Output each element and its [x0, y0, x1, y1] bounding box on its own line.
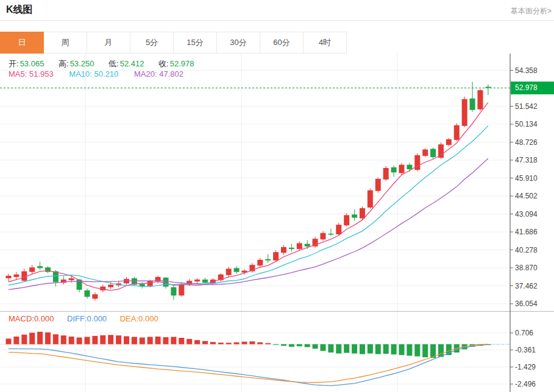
- macd-bar: [234, 342, 240, 344]
- period-tabs: 日 周 月 5分 15分 30分 60分 4时: [0, 32, 347, 54]
- macd-bar: [202, 341, 208, 344]
- candle-body: [289, 248, 294, 249]
- candle-body: [108, 285, 113, 287]
- main-candlestick-chart[interactable]: 54.35852.95051.54250.13448.72647.31845.9…: [0, 54, 554, 311]
- candle-body: [478, 90, 483, 109]
- tab-4hour[interactable]: 4时: [304, 32, 347, 54]
- candle-body: [368, 191, 373, 208]
- macd-bar: [399, 345, 405, 355]
- current-price-badge: 52.978: [511, 82, 554, 94]
- candle-body: [454, 125, 460, 140]
- candle-body: [414, 155, 420, 170]
- macd-bar: [360, 345, 365, 354]
- macd-bar: [242, 341, 247, 344]
- candle-body: [257, 260, 263, 265]
- macd-bar: [321, 345, 326, 351]
- macd-bar: [336, 345, 341, 354]
- candle-body: [446, 139, 452, 145]
- macd-bar: [100, 335, 105, 345]
- macd-bar: [414, 345, 420, 357]
- candle-body: [462, 99, 467, 126]
- macd-bar: [210, 342, 216, 345]
- diff-value: DIFF:0.000: [67, 314, 107, 323]
- candle-body: [399, 165, 405, 173]
- macd-bar: [69, 337, 74, 345]
- y-axis-label: 41.686: [515, 228, 538, 236]
- candle-body: [171, 287, 176, 296]
- macd-bar: [313, 345, 318, 349]
- candle-body: [321, 233, 326, 239]
- macd-bar: [147, 337, 153, 344]
- tab-5min[interactable]: 5分: [130, 32, 174, 54]
- ma-readout: MA5: 51.953 MA10: 50.210 MA20: 47.802: [9, 69, 197, 79]
- y-axis-label: 0.706: [515, 329, 533, 337]
- candle-body: [407, 165, 412, 169]
- page-title: K线图: [6, 4, 33, 16]
- macd-y-axis: 0.706-0.361-1.429-2.496: [510, 329, 536, 388]
- candle-body: [163, 278, 169, 287]
- macd-bar: [163, 337, 169, 345]
- candle-body: [85, 290, 90, 296]
- candle-body: [273, 252, 279, 261]
- ma10-readout: MA10: 50.210: [69, 69, 118, 79]
- candle-body: [37, 266, 43, 268]
- macd-bar: [422, 345, 428, 358]
- macd-bar: [305, 345, 310, 348]
- tab-60min[interactable]: 60分: [260, 32, 304, 54]
- y-axis-label: 47.318: [515, 156, 538, 164]
- candle-body: [360, 208, 365, 219]
- ma5-line: [9, 102, 488, 290]
- low-readout: 低:52.412: [108, 59, 144, 68]
- tab-week[interactable]: 周: [44, 32, 87, 54]
- macd-bar: [407, 345, 412, 356]
- candle-body: [69, 278, 74, 280]
- macd-bar: [368, 345, 373, 354]
- macd-bar: [124, 336, 129, 344]
- macd-bar: [328, 345, 333, 353]
- candle-body: [281, 247, 286, 253]
- macd-bar: [226, 343, 232, 344]
- candle-body: [352, 214, 357, 217]
- macd-bar: [179, 338, 184, 344]
- dea-value: DEA:0.000: [120, 314, 158, 323]
- tab-15min[interactable]: 15分: [174, 32, 217, 54]
- y-axis-label: 45.910: [515, 174, 538, 183]
- macd-bar: [194, 340, 200, 345]
- macd-bar: [6, 338, 12, 344]
- macd-bar: [140, 337, 145, 344]
- ma10-line: [9, 126, 488, 287]
- open-readout: 开:53.065: [9, 59, 44, 68]
- candle-body: [194, 279, 200, 281]
- y-axis-label: 43.094: [515, 210, 538, 219]
- candle-body: [202, 279, 208, 282]
- y-axis-label: 50.134: [515, 120, 538, 128]
- candle-body: [234, 268, 240, 271]
- candle-body: [383, 168, 389, 180]
- candle-body: [430, 149, 436, 158]
- y-axis-label: 44.502: [515, 192, 538, 200]
- tab-month[interactable]: 月: [87, 32, 130, 54]
- macd-bar: [249, 341, 255, 345]
- candle-body: [375, 179, 381, 191]
- macd-bar: [29, 333, 35, 345]
- macd-bar: [186, 339, 192, 345]
- tab-day[interactable]: 日: [0, 32, 44, 54]
- fundamental-analysis-link[interactable]: 基本面分析>: [511, 6, 552, 16]
- candle-body: [422, 150, 428, 156]
- macd-bar: [375, 345, 381, 354]
- y-axis-label: 40.278: [515, 246, 538, 254]
- y-axis-label: 38.870: [515, 264, 538, 272]
- candle-body: [344, 215, 349, 225]
- ohlc-readout: 开:53.065 高:53.250 低:52.412 收:52.978: [9, 58, 206, 69]
- macd-bar: [383, 345, 389, 354]
- macd-histogram: [6, 332, 491, 358]
- macd-readout: MACD:0.000 DIFF:0.000 DEA:0.000: [9, 314, 169, 323]
- macd-bar: [21, 335, 27, 345]
- macd-bar: [92, 336, 98, 345]
- tab-30min[interactable]: 30分: [217, 32, 260, 54]
- y-axis-label: 37.462: [515, 282, 538, 290]
- close-readout: 收:52.978: [158, 59, 194, 68]
- y-axis-label: -1.429: [515, 363, 536, 371]
- macd-bar: [273, 345, 279, 345]
- candle-body: [92, 294, 98, 298]
